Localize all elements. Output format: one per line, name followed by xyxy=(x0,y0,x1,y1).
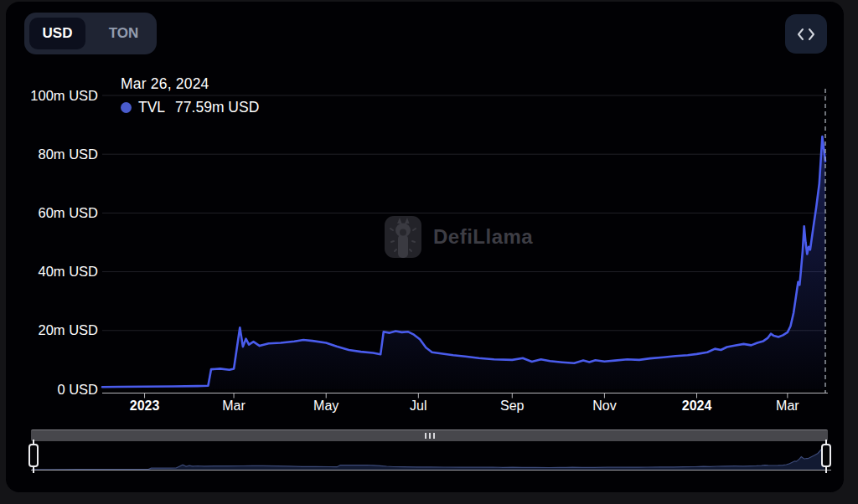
y-tick-label: 60m USD xyxy=(38,205,98,220)
tooltip-series-value: 77.59m USD xyxy=(175,99,259,116)
x-tick-label: Jul xyxy=(410,399,426,413)
grip-icon xyxy=(425,433,435,439)
series-dot-icon xyxy=(121,102,132,113)
datazoom-left-handle[interactable] xyxy=(28,444,39,467)
y-tick-label: 100m USD xyxy=(30,88,98,103)
y-tick-label: 80m USD xyxy=(38,147,98,162)
x-tick-label: Mar xyxy=(222,399,246,413)
x-tick-label: 2024 xyxy=(682,399,712,413)
x-axis xyxy=(102,393,828,399)
datazoom-preview-chart xyxy=(31,450,831,471)
currency-option-usd[interactable]: USD xyxy=(29,18,85,49)
datazoom-right-handle[interactable] xyxy=(821,444,831,467)
tvl-series-area xyxy=(102,136,825,389)
y-tick-label: 20m USD xyxy=(38,322,98,337)
tooltip-date: Mar 26, 2024 xyxy=(121,75,259,93)
x-tick-label: 2023 xyxy=(130,399,160,413)
x-tick-label: Nov xyxy=(592,399,616,413)
currency-toggle: USD TON xyxy=(24,13,157,54)
datazoom-move-handle[interactable] xyxy=(31,429,828,441)
x-tick-label: Sep xyxy=(500,399,525,413)
x-tick-label: Mar xyxy=(776,399,799,413)
x-tick-label: May xyxy=(313,399,339,413)
gridlines xyxy=(102,95,827,331)
y-tick-label: 0 USD xyxy=(57,382,98,397)
y-tick-label: 40m USD xyxy=(38,264,98,279)
code-embed-icon xyxy=(797,28,815,41)
currency-option-ton[interactable]: TON xyxy=(96,18,152,49)
chart-card: USD TON xyxy=(6,2,844,492)
tooltip-series-name: TVL xyxy=(138,99,165,116)
y-axis-labels: 0 USD20m USD40m USD60m USD80m USD100m US… xyxy=(30,88,98,397)
x-axis-labels: 2023MarMayJulSepNov2024Mar xyxy=(130,399,800,413)
chart-tooltip: Mar 26, 2024 TVL 77.59m USD xyxy=(121,75,259,116)
tvl-chart-widget: USD TON xyxy=(0,0,858,504)
embed-code-button[interactable] xyxy=(785,14,827,54)
